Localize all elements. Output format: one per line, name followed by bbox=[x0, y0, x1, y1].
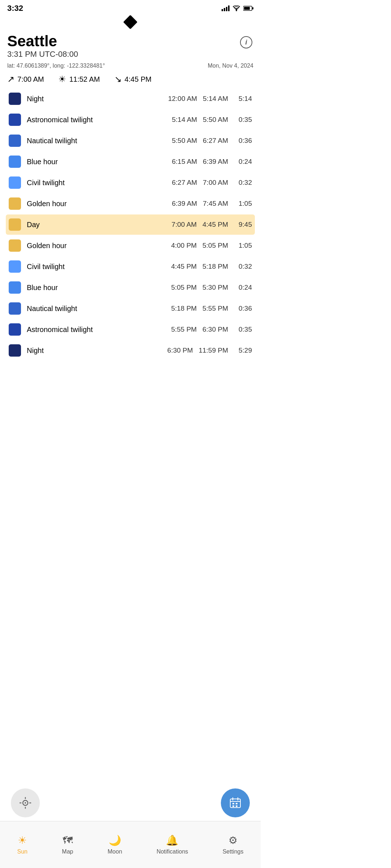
period-times: 6:39 AM 7:45 AM bbox=[172, 200, 228, 208]
calendar-float-button[interactable] bbox=[221, 788, 250, 817]
lat-long: lat: 47.6061389°, long: -122.3328481° bbox=[7, 63, 105, 69]
map-nav-icon: 🗺 bbox=[63, 834, 73, 846]
sunrise-value: 7:00 AM bbox=[17, 75, 44, 84]
info-button[interactable]: i bbox=[239, 35, 253, 50]
timeline-row[interactable]: Blue hour 6:15 AM 6:39 AM 0:24 bbox=[6, 152, 255, 172]
svg-rect-2 bbox=[226, 7, 227, 11]
period-times: 7:00 AM 4:45 PM bbox=[172, 221, 228, 229]
timeline-row[interactable]: Civil twilight 4:45 PM 5:18 PM 0:32 bbox=[6, 256, 255, 277]
period-label: Nautical twilight bbox=[27, 305, 171, 313]
svg-rect-3 bbox=[228, 5, 230, 11]
battery-icon bbox=[243, 6, 253, 11]
nav-item-notifications[interactable]: 🔔 Notifications bbox=[151, 831, 194, 859]
timeline-row[interactable]: Night 6:30 PM 11:59 PM 5:29 bbox=[6, 340, 255, 361]
timeline-row[interactable]: Golden hour 6:39 AM 7:45 AM 1:05 bbox=[6, 193, 255, 214]
timeline-row[interactable]: Nautical twilight 5:50 AM 6:27 AM 0:36 bbox=[6, 131, 255, 151]
period-times: 5:18 PM 5:55 PM bbox=[171, 305, 228, 312]
status-time: 3:32 bbox=[7, 4, 23, 13]
coordinates-bar: lat: 47.6061389°, long: -122.3328481° Mo… bbox=[0, 62, 261, 72]
nav-item-moon[interactable]: 🌙 Moon bbox=[102, 831, 128, 859]
svg-point-9 bbox=[25, 802, 26, 804]
period-times: 4:45 PM 5:18 PM bbox=[171, 263, 228, 271]
period-duration: 0:24 bbox=[234, 158, 252, 166]
period-label: Astronomical twilight bbox=[27, 116, 172, 124]
timeline-row[interactable]: Night 12:00 AM 5:14 AM 5:14 bbox=[6, 89, 255, 109]
timeline-row[interactable]: Astronomical twilight 5:55 PM 6:30 PM 0:… bbox=[6, 319, 255, 340]
period-label: Astronomical twilight bbox=[27, 326, 171, 334]
period-label: Night bbox=[27, 346, 167, 355]
svg-rect-0 bbox=[222, 9, 223, 11]
settings-nav-label: Settings bbox=[223, 848, 244, 855]
status-icons bbox=[222, 5, 253, 11]
period-label: Blue hour bbox=[27, 284, 171, 292]
period-duration: 0:35 bbox=[234, 116, 252, 124]
timeline-row[interactable]: Astronomical twilight 5:14 AM 5:50 AM 0:… bbox=[6, 110, 255, 130]
svg-rect-10 bbox=[230, 799, 240, 808]
map-nav-label: Map bbox=[62, 848, 73, 855]
moon-nav-icon: 🌙 bbox=[109, 834, 121, 846]
notifications-nav-label: Notifications bbox=[156, 848, 188, 855]
period-times: 6:27 AM 7:00 AM bbox=[172, 179, 228, 187]
period-color-block bbox=[9, 218, 21, 231]
settings-nav-icon: ⚙ bbox=[228, 834, 237, 846]
bottom-navigation: ☀ Sun 🗺 Map 🌙 Moon 🔔 Notifications ⚙ Set… bbox=[0, 821, 261, 868]
status-bar: 3:32 bbox=[0, 0, 261, 15]
svg-rect-17 bbox=[236, 805, 237, 807]
period-color-block bbox=[9, 302, 21, 315]
sunset-icon: ↘ bbox=[114, 74, 122, 84]
sun-nav-label: Sun bbox=[17, 848, 28, 855]
timeline-row[interactable]: Golden hour 4:00 PM 5:05 PM 1:05 bbox=[6, 235, 255, 256]
period-duration: 0:36 bbox=[234, 137, 252, 145]
period-label: Civil twilight bbox=[27, 179, 172, 187]
timeline-row[interactable]: Day 7:00 AM 4:45 PM 9:45 bbox=[6, 214, 255, 235]
nav-item-sun[interactable]: ☀ Sun bbox=[12, 831, 33, 859]
solar-noon-icon: ☀ bbox=[58, 74, 66, 84]
signal-icon bbox=[222, 5, 230, 11]
timeline-row[interactable]: Blue hour 5:05 PM 5:30 PM 0:24 bbox=[6, 277, 255, 298]
period-label: Night bbox=[27, 95, 168, 103]
solar-noon-value: 11:52 AM bbox=[69, 75, 100, 84]
period-label: Blue hour bbox=[27, 158, 172, 166]
period-times: 4:00 PM 5:05 PM bbox=[171, 242, 228, 250]
sun-times-bar: ↗ 7:00 AM ☀ 11:52 AM ↘ 4:45 PM bbox=[0, 72, 261, 89]
solar-noon-time: ☀ 11:52 AM bbox=[58, 74, 100, 84]
svg-rect-16 bbox=[232, 805, 234, 807]
nav-item-map[interactable]: 🗺 Map bbox=[56, 831, 79, 859]
period-label: Golden hour bbox=[27, 200, 172, 208]
info-icon: i bbox=[240, 36, 252, 48]
sunset-time: ↘ 4:45 PM bbox=[114, 74, 151, 84]
nav-item-settings[interactable]: ⚙ Settings bbox=[217, 831, 249, 859]
period-color-block bbox=[9, 176, 21, 189]
location-float-button[interactable] bbox=[11, 788, 40, 817]
period-label: Nautical twilight bbox=[27, 137, 172, 145]
timeline-row[interactable]: Nautical twilight 5:18 PM 5:55 PM 0:36 bbox=[6, 298, 255, 319]
notifications-nav-icon: 🔔 bbox=[166, 834, 178, 846]
timeline-row[interactable]: Civil twilight 6:27 AM 7:00 AM 0:32 bbox=[6, 173, 255, 193]
period-times: 6:15 AM 6:39 AM bbox=[172, 158, 228, 166]
svg-rect-1 bbox=[224, 8, 225, 11]
svg-rect-6 bbox=[252, 7, 253, 9]
sun-nav-icon: ☀ bbox=[18, 834, 27, 846]
svg-rect-14 bbox=[232, 803, 234, 804]
period-duration: 5:29 bbox=[234, 346, 252, 354]
app-header: Seattle 3:31 PM UTC-08:00 i bbox=[0, 29, 261, 62]
city-info: Seattle 3:31 PM UTC-08:00 bbox=[7, 33, 78, 59]
period-duration: 0:35 bbox=[234, 326, 252, 333]
period-color-block bbox=[9, 135, 21, 147]
svg-point-4 bbox=[236, 10, 237, 11]
period-duration: 9:45 bbox=[234, 221, 252, 229]
period-color-block bbox=[9, 114, 21, 126]
location-diamond bbox=[123, 15, 138, 29]
date-display: Mon, Nov 4, 2024 bbox=[208, 63, 253, 69]
period-times: 6:30 PM 11:59 PM bbox=[167, 346, 228, 354]
svg-rect-15 bbox=[236, 803, 237, 804]
period-label: Day bbox=[27, 221, 172, 229]
moon-nav-label: Moon bbox=[108, 848, 122, 855]
sunrise-icon: ↗ bbox=[7, 74, 14, 84]
svg-rect-7 bbox=[244, 7, 250, 10]
period-color-block bbox=[9, 93, 21, 105]
location-float-icon bbox=[19, 796, 32, 809]
period-duration: 0:32 bbox=[234, 263, 252, 271]
period-color-block bbox=[9, 260, 21, 273]
period-color-block bbox=[9, 239, 21, 252]
